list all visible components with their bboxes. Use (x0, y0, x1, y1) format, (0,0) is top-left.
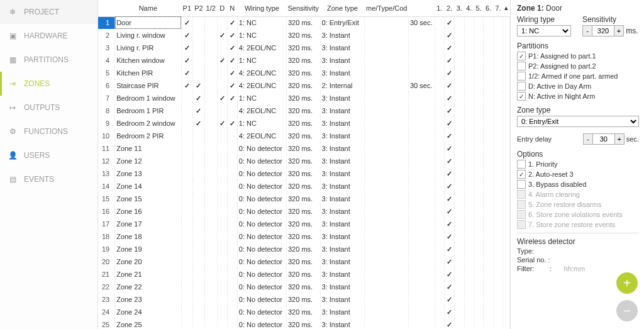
p1-cell[interactable] (181, 230, 193, 243)
entrydelay-cell[interactable] (408, 255, 435, 268)
d-cell[interactable] (217, 180, 227, 192)
o1-cell[interactable] (435, 268, 444, 281)
o6-cell[interactable] (484, 104, 493, 117)
entrydelay-cell[interactable] (408, 268, 435, 281)
o4-cell[interactable] (464, 16, 474, 29)
zone-name-cell[interactable]: Staircase PIR (115, 79, 181, 92)
ztype-cell[interactable]: 3: Instant (320, 54, 365, 67)
o2-cell[interactable]: ✓ (445, 155, 455, 167)
col-o1[interactable]: 1. (435, 0, 444, 16)
p1-cell[interactable] (181, 104, 193, 117)
alarmcode-cell[interactable] (365, 67, 409, 79)
alarmcode-cell[interactable] (365, 255, 409, 268)
o2-cell[interactable]: ✓ (445, 67, 455, 79)
ztype-cell[interactable]: 3: Instant (320, 29, 365, 42)
p1-cell[interactable] (181, 205, 193, 218)
ztype-cell[interactable]: 3: Instant (320, 268, 365, 281)
ztype-cell[interactable]: 3: Instant (320, 42, 365, 54)
wiring-cell[interactable]: 1: NC (237, 16, 286, 29)
o6-cell[interactable] (484, 79, 493, 92)
p2-cell[interactable] (193, 230, 205, 243)
o2-cell[interactable]: ✓ (445, 79, 455, 92)
entrydelay-cell[interactable] (408, 180, 435, 192)
option-checkbox[interactable] (517, 170, 526, 179)
col-d[interactable]: D (217, 0, 227, 16)
entry-plus[interactable]: + (614, 133, 625, 145)
n-cell[interactable]: ✓ (227, 67, 237, 79)
entrydelay-cell[interactable] (408, 104, 435, 117)
half-cell[interactable] (204, 54, 217, 67)
wiring-cell[interactable]: 4: 2EOL/NC (237, 130, 286, 142)
wiring-cell[interactable]: 0: No detector (237, 218, 286, 230)
o3-cell[interactable] (455, 293, 464, 306)
o1-cell[interactable] (435, 54, 444, 67)
o3-cell[interactable] (455, 230, 464, 243)
wiring-cell[interactable]: 1: NC (237, 29, 286, 42)
o1-cell[interactable] (435, 117, 444, 130)
ztype-cell[interactable]: 3: Instant (320, 230, 365, 243)
zone-name-cell[interactable]: Zone 16 (115, 205, 181, 218)
o6-cell[interactable] (484, 54, 493, 67)
p1-cell[interactable] (181, 117, 193, 130)
o7-cell[interactable] (493, 243, 502, 255)
scroll-up-icon[interactable]: ▴ (504, 4, 508, 11)
sidebar-item-events[interactable]: ▤EVENTS (0, 167, 97, 191)
p1-cell[interactable] (181, 243, 193, 255)
entrydelay-cell[interactable] (408, 243, 435, 255)
o2-cell[interactable]: ✓ (445, 255, 455, 268)
o6-cell[interactable] (484, 42, 493, 54)
zone-name-cell[interactable]: Zone 24 (115, 306, 181, 318)
zone-name-cell[interactable]: Living r. window (115, 29, 181, 42)
zone-name-cell[interactable]: Zone 25 (115, 318, 181, 329)
o5-cell[interactable] (474, 42, 483, 54)
zone-name-cell[interactable]: Zone 22 (115, 281, 181, 293)
table-row[interactable]: 8Bedroom 1 PIR✓4: 2EOL/NC320 ms.3: Insta… (98, 104, 510, 117)
sidebar-item-outputs[interactable]: ↦OUTPUTS (0, 96, 97, 120)
p1-cell[interactable] (181, 192, 193, 205)
o2-cell[interactable]: ✓ (445, 130, 455, 142)
o4-cell[interactable] (464, 243, 474, 255)
p1-cell[interactable] (181, 218, 193, 230)
remove-wireless-button[interactable]: − (616, 300, 638, 321)
d-cell[interactable] (217, 255, 227, 268)
o4-cell[interactable] (464, 281, 474, 293)
o3-cell[interactable] (455, 16, 464, 29)
entrydelay-cell[interactable] (408, 293, 435, 306)
p2-cell[interactable] (193, 180, 205, 192)
col-spacer[interactable] (98, 0, 115, 16)
o3-cell[interactable] (455, 255, 464, 268)
zone-name-cell[interactable]: Bedroom 1 PIR (115, 104, 181, 117)
o7-cell[interactable] (493, 281, 502, 293)
half-cell[interactable] (204, 255, 217, 268)
o5-cell[interactable] (474, 281, 483, 293)
sens-cell[interactable]: 320 ms. (287, 192, 321, 205)
table-row[interactable]: 23Zone 230: No detector320 ms.3: Instant… (98, 293, 510, 306)
table-row[interactable]: 3Living r. PIR✓✓4: 2EOL/NC320 ms.3: Inst… (98, 42, 510, 54)
alarmcode-cell[interactable] (365, 16, 409, 29)
wiring-cell[interactable]: 0: No detector (237, 155, 286, 167)
p1-cell[interactable] (181, 306, 193, 318)
n-cell[interactable]: ✓ (227, 92, 237, 104)
table-row[interactable]: 15Zone 150: No detector320 ms.3: Instant… (98, 192, 510, 205)
ztype-cell[interactable]: 3: Instant (320, 130, 365, 142)
o1-cell[interactable] (435, 255, 444, 268)
o1-cell[interactable] (435, 192, 444, 205)
alarmcode-cell[interactable] (365, 155, 409, 167)
alarmcode-cell[interactable] (365, 92, 409, 104)
ztype-cell[interactable]: 3: Instant (320, 92, 365, 104)
wiring-cell[interactable]: 1: NC (237, 54, 286, 67)
o4-cell[interactable] (464, 79, 474, 92)
p1-cell[interactable] (181, 180, 193, 192)
col-n[interactable]: N (227, 0, 237, 16)
p1-cell[interactable] (181, 281, 193, 293)
o7-cell[interactable] (493, 67, 502, 79)
o1-cell[interactable] (435, 130, 444, 142)
wiring-cell[interactable]: 0: No detector (237, 205, 286, 218)
o5-cell[interactable] (474, 255, 483, 268)
o3-cell[interactable] (455, 92, 464, 104)
entrydelay-cell[interactable] (408, 230, 435, 243)
entrydelay-cell[interactable] (408, 306, 435, 318)
o6-cell[interactable] (484, 243, 493, 255)
ztype-cell[interactable]: 3: Instant (320, 293, 365, 306)
n-cell[interactable] (227, 281, 237, 293)
